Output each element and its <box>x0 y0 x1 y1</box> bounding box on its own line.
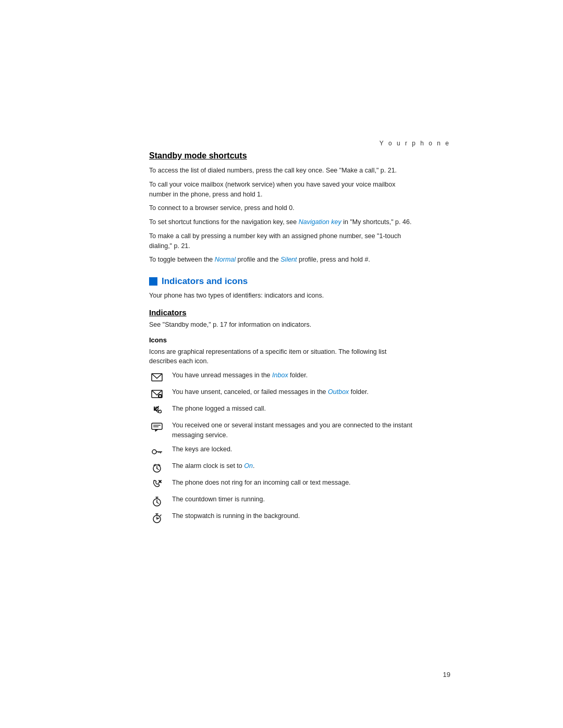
icon-row-keys-locked: The keys are locked. <box>149 445 415 457</box>
page-number: 19 <box>443 671 450 678</box>
inbox-description: You have unread messages in the Inbox fo… <box>172 371 415 380</box>
standby-section-title: Standby mode shortcuts <box>149 151 415 161</box>
instant-message-icon <box>149 421 165 433</box>
indicators-subtitle: Indicators <box>149 308 415 317</box>
icon-table: You have unread messages in the Inbox fo… <box>149 371 415 524</box>
alarm-on-link[interactable]: On <box>244 462 253 470</box>
normal-profile-link[interactable]: Normal <box>215 256 236 263</box>
icon-row-timer: The countdown timer is running. <box>149 495 415 507</box>
icon-row-alarm: The alarm clock is set to On. <box>149 461 415 474</box>
silent-profile-link[interactable]: Silent <box>280 256 297 263</box>
standby-para-2: To call your voice mailbox (network serv… <box>149 180 415 200</box>
envelope-icon <box>149 371 165 383</box>
svg-line-22 <box>157 502 158 503</box>
stopwatch-description: The stopwatch is running in the backgrou… <box>172 511 415 521</box>
icon-row-instant-message: You received one or several instant mess… <box>149 421 415 440</box>
svg-point-9 <box>152 450 156 454</box>
standby-para-4: To set shortcut functions for the naviga… <box>149 217 415 227</box>
standby-para-6: To toggle between the Normal profile and… <box>149 255 415 265</box>
alarm-icon <box>149 461 165 474</box>
stopwatch-icon <box>149 511 165 524</box>
standby-para-3: To connect to a browser service, press a… <box>149 203 415 213</box>
outbox-link[interactable]: Outbox <box>328 388 349 396</box>
navigation-key-link[interactable]: Navigation key <box>299 218 341 226</box>
keys-locked-description: The keys are locked. <box>172 445 415 454</box>
indicators-section-title: Indicators and icons <box>162 276 248 287</box>
page: Y o u r p h o n e Standby mode shortcuts… <box>0 0 563 728</box>
icon-row-stopwatch: The stopwatch is running in the backgrou… <box>149 511 415 524</box>
svg-rect-6 <box>152 423 162 429</box>
icon-row-missed-call: The phone logged a missed call. <box>149 404 415 416</box>
icon-row-silent: The phone does not ring for an incoming … <box>149 478 415 490</box>
indicators-intro: Your phone has two types of identifiers:… <box>149 291 415 301</box>
icon-row-outbox: You have unsent, canceled, or failed mes… <box>149 387 415 400</box>
keys-locked-icon <box>149 445 165 457</box>
indicators-text: See "Standby mode," p. 17 for informatio… <box>149 320 415 330</box>
indicators-section-heading: Indicators and icons <box>149 276 415 287</box>
timer-description: The countdown timer is running. <box>172 495 415 504</box>
icons-subtitle: Icons <box>149 336 415 344</box>
missed-call-description: The phone logged a missed call. <box>172 404 415 414</box>
standby-para-5: To make a call by pressing a number key … <box>149 231 415 251</box>
instant-message-description: You received one or several instant mess… <box>172 421 415 440</box>
inbox-link[interactable]: Inbox <box>272 372 288 379</box>
svg-line-15 <box>157 468 158 470</box>
silent-icon <box>149 478 165 490</box>
icons-intro: Icons are graphical representations of a… <box>149 347 415 367</box>
content-area: Standby mode shortcuts To access the lis… <box>149 151 415 528</box>
svg-line-30 <box>160 515 161 516</box>
header-label: Y o u r p h o n e <box>380 140 450 147</box>
alarm-description: The alarm clock is set to On. <box>172 461 415 471</box>
blue-square-icon <box>149 277 157 286</box>
icon-row-inbox: You have unread messages in the Inbox fo… <box>149 371 415 383</box>
outbox-icon <box>149 387 165 400</box>
standby-para-1: To access the list of dialed numbers, pr… <box>149 166 415 176</box>
outbox-description: You have unsent, canceled, or failed mes… <box>172 387 415 397</box>
silent-description: The phone does not ring for an incoming … <box>172 478 415 488</box>
missed-call-icon <box>149 404 165 416</box>
timer-icon <box>149 495 165 507</box>
